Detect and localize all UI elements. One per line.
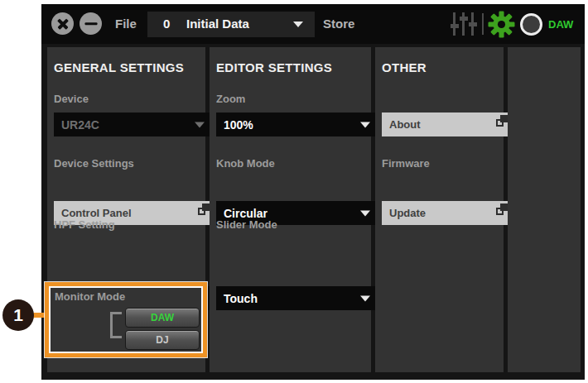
slider-mode-label: Slider Mode — [216, 218, 277, 231]
preset-dropdown[interactable]: 0 Initial Data — [147, 12, 315, 37]
daw-indicator-label: DAW — [548, 18, 573, 31]
open-panel-icon — [198, 203, 210, 215]
channel-strip-icon[interactable] — [451, 12, 477, 36]
device-dropdown[interactable]: UR24C — [54, 113, 212, 136]
close-button[interactable] — [51, 12, 74, 35]
other-panel: OTHER About Firmware Update — [375, 47, 504, 372]
chevron-down-icon — [360, 295, 370, 301]
device-value: UR24C — [61, 118, 99, 132]
chevron-down-icon — [360, 210, 370, 216]
editor-settings-panel: EDITOR SETTINGS Zoom 100% Knob Mode Circ… — [210, 47, 371, 372]
callout-number-badge: 1 — [2, 299, 34, 331]
firmware-update-button[interactable]: Update — [382, 201, 510, 225]
chevron-down-icon — [293, 22, 303, 27]
chevron-down-icon — [360, 122, 370, 127]
monitor-indicator-icon[interactable] — [520, 13, 542, 36]
slider-mode-dropdown[interactable]: Touch — [216, 286, 378, 310]
device-settings-label: Device Settings — [54, 157, 134, 170]
about-button[interactable]: About — [382, 113, 510, 136]
knob-mode-label: Knob Mode — [216, 157, 275, 170]
titlebar: File 0 Initial Data Store — [41, 4, 585, 44]
open-panel-icon — [496, 115, 508, 127]
slider-mode-value: Touch — [224, 292, 258, 305]
hpf-setting-label: HPF Setting — [54, 218, 115, 231]
titlebar-divider — [482, 13, 484, 35]
zoom-dropdown[interactable]: 100% — [216, 113, 378, 136]
preset-number: 0 — [163, 17, 170, 31]
firmware-label: Firmware — [382, 157, 430, 170]
monitor-mode-highlight-box: Monitor Mode DAW DJ — [45, 282, 207, 357]
device-label: Device — [54, 93, 89, 105]
zoom-label: Zoom — [216, 93, 245, 105]
chevron-down-icon — [195, 122, 205, 127]
minimize-button[interactable] — [80, 12, 102, 35]
empty-panel — [508, 47, 581, 372]
open-panel-icon — [496, 203, 508, 215]
other-header: OTHER — [382, 60, 427, 74]
general-settings-header: GENERAL SETTINGS — [54, 60, 184, 74]
store-button[interactable]: Store — [323, 17, 354, 31]
setup-gear-icon[interactable] — [488, 11, 515, 38]
monitor-mode-label: Monitor Mode — [55, 290, 125, 303]
monitor-mode-daw-button[interactable]: DAW — [125, 308, 200, 328]
zoom-value: 100% — [224, 118, 253, 132]
editor-settings-header: EDITOR SETTINGS — [216, 60, 332, 74]
minimize-icon — [84, 22, 97, 26]
manual-screenshot-page: File 0 Initial Data Store — [0, 0, 588, 383]
file-label: File — [115, 17, 137, 31]
monitor-mode-dj-button[interactable]: DJ — [125, 330, 200, 350]
monitor-mode-bracket — [110, 312, 122, 338]
preset-name: Initial Data — [186, 17, 249, 31]
